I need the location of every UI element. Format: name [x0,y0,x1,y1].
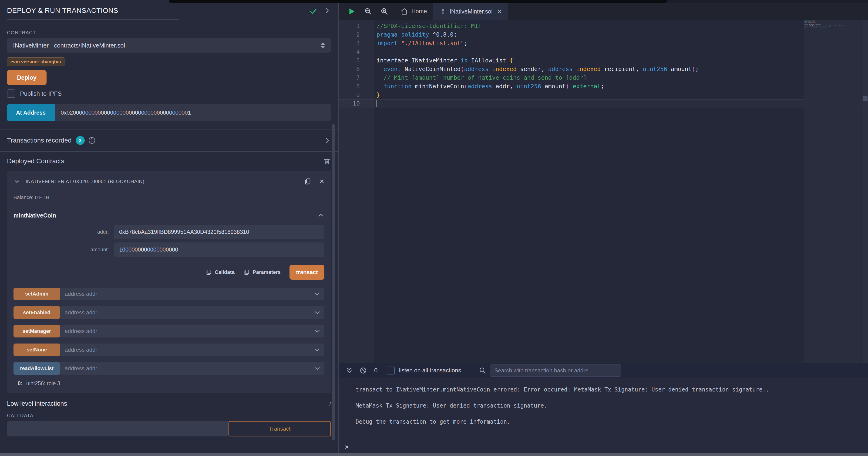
setManager-arg-input[interactable] [60,328,314,335]
solidity-file-icon [439,8,446,15]
code-line: interface INativeMinter is IAllowList { [374,56,804,65]
contract-card-header[interactable]: INATIVEMINTER AT 0X020...00001 (BLOCKCHA… [13,177,324,186]
code-area[interactable]: //SPDX-License-Identifier: MITpragma sol… [374,20,804,363]
setManager-button[interactable]: setManager [13,325,60,338]
zoom-in-icon[interactable] [380,7,389,16]
field-label-addr: addr: [13,229,114,235]
info-i-icon[interactable]: i [329,400,331,408]
minimap[interactable]: //SPDX-License-Identifier: MITpragma sol… [804,20,862,363]
tab-file-label: INativeMinter.sol [450,8,493,15]
contract-balance: Balance: 0 ETH [13,195,324,201]
editor-region: Home INativeMinter.sol ✕ 12345678910 //S… [339,3,868,363]
call-result-row: 0: uint256: role 3 [13,380,324,387]
info-icon[interactable] [88,137,96,144]
terminal-search-input[interactable] [490,365,621,377]
at-address-input[interactable] [55,104,331,121]
code-line: import "./IAllowList.sol"; [374,39,804,48]
low-level-transact-button[interactable]: Transact [228,421,331,436]
panel-scrollbar[interactable] [332,124,335,440]
collapse-chevron-down-icon[interactable] [13,178,21,185]
setManager-row: setManager [13,325,324,338]
result-index: 0: [18,380,22,387]
line-number: 2 [339,30,374,39]
setNone-button[interactable]: setNone [13,343,60,356]
parameters-copy-button[interactable]: Parameters [243,269,281,276]
pin-panel-chevron-right-icon[interactable] [323,7,331,15]
collapse-chevron-up-icon[interactable] [317,212,324,219]
terminal-log-line: MetaMask Tx Signature: User denied trans… [355,402,868,409]
field-label-amount: amount: [13,247,114,253]
function-actions-row: Calldata Parameters transact [13,265,324,280]
readAllowList-arg-input[interactable] [60,365,314,372]
listen-all-transactions-checkbox[interactable] [387,367,395,374]
code-line: // Mint [amount] number of native coins … [374,74,804,82]
scrollbar-handle[interactable] [863,96,868,101]
setNone-arg-input[interactable] [60,346,314,353]
line-number: 4 [339,48,374,56]
zoom-out-icon[interactable] [364,7,372,16]
setAdmin-arg-input[interactable] [60,291,314,297]
tab-home[interactable]: Home [394,3,433,20]
contract-select[interactable]: INativeMinter - contracts/INativeMinter.… [7,38,331,53]
deploy-button[interactable]: Deploy [7,70,46,85]
amount-input[interactable] [114,243,324,257]
browser-bar-fragment [169,0,667,3]
deploy-run-panel: DEPLOY & RUN TRANSACTIONS CONTRACT INati… [0,0,338,453]
publish-ipfs-row: Publish to IPFS [7,89,331,98]
transact-button[interactable]: transact [289,265,324,280]
copy-icon [206,269,212,276]
clear-console-ban-icon[interactable] [359,367,367,374]
tab-inativeminter-sol[interactable]: INativeMinter.sol ✕ [433,3,508,20]
line-number: 3 [339,39,374,48]
deployed-contract-card: INATIVEMINTER AT 0X020...00001 (BLOCKCHA… [7,171,331,393]
setAdmin-row: setAdmin [13,288,324,300]
low-level-header: Low level interactions i [7,400,331,409]
trash-icon[interactable] [323,157,331,165]
terminal-log-line: Debug the transaction to get more inform… [355,419,868,425]
expand-chevron-down-icon[interactable] [314,346,321,353]
setEnabled-arg-input[interactable] [60,309,314,316]
editor-scrollbar[interactable] [862,20,868,363]
calldata-button-label: Calldata [215,269,235,275]
code-line: function mintNativeCoin(address addr, ui… [374,82,804,91]
remove-contract-close-icon[interactable]: ✕ [319,178,324,185]
line-number: 8 [339,82,374,91]
listen-all-transactions-label: listen on all transactions [399,367,461,374]
setEnabled-button[interactable]: setEnabled [13,306,60,319]
tab-close-icon[interactable]: ✕ [497,8,502,15]
line-number: 5 [339,56,374,65]
expand-chevron-down-icon[interactable] [314,328,321,335]
terminal-toolbar: 0 listen on all transactions [339,363,868,378]
expand-chevron-down-icon[interactable] [314,309,321,316]
publish-ipfs-checkbox[interactable] [7,89,16,98]
expand-chevron-down-icon[interactable] [314,290,321,297]
transactions-expand-chevron-icon[interactable] [324,137,331,144]
setAdmin-button[interactable]: setAdmin [13,288,60,300]
expand-chevron-down-icon[interactable] [314,365,321,372]
section-divider [7,397,331,397]
at-address-button[interactable]: At Address [7,104,55,121]
code-editor[interactable]: 12345678910 //SPDX-License-Identifier: M… [339,20,868,363]
copy-address-icon[interactable] [304,178,311,185]
line-number: 7 [339,74,374,82]
text-cursor [376,100,377,107]
collapse-terminal-double-chevron-icon[interactable] [345,367,353,374]
tab-home-label: Home [411,8,427,15]
readAllowList-button[interactable]: readAllowList [13,362,60,375]
transactions-recorded-section[interactable]: Transactions recorded 2 [0,129,338,152]
transactions-count-badge: 2 [76,136,85,145]
run-script-play-icon[interactable] [347,7,356,16]
calldata-label: CALLDATA [7,413,331,418]
calldata-copy-button[interactable]: Calldata [206,269,235,276]
minimap-code: //SPDX-License-Identifier: MITpragma sol… [804,20,862,30]
code-line [804,30,862,31]
addr-input[interactable] [114,225,324,239]
open-function-header[interactable]: mintNativeCoin [13,211,324,220]
calldata-input[interactable] [7,421,228,436]
title-underline [7,19,179,20]
window-bottom-scrollbar[interactable] [0,453,868,456]
function-field-row: amount: [13,243,324,257]
function-rows: setAdminsetEnabledsetManagersetNonereadA… [13,288,324,375]
code-line: event NativeCoinMinted(address indexed s… [374,65,804,74]
deployed-contracts-heading: Deployed Contracts [7,158,64,165]
